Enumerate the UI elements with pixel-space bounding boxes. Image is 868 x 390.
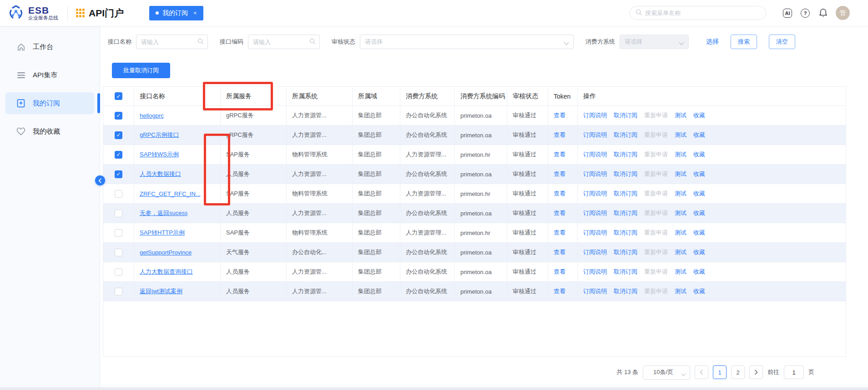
row-checkbox[interactable]: ✓ (115, 151, 122, 159)
action-link-1[interactable]: 取消订阅 (614, 170, 637, 178)
api-name-link[interactable]: SAP转WS示例 (140, 150, 179, 159)
row-checkbox[interactable]: ✓ (115, 170, 122, 178)
row-checkbox[interactable] (115, 288, 122, 295)
api-name-link[interactable]: hellogprc (140, 112, 164, 119)
audit-status-select[interactable]: 请选择 (360, 35, 574, 49)
sidebar-collapse-button[interactable] (95, 175, 105, 185)
sidebar-item-home[interactable]: 工作台 (5, 36, 94, 58)
action-link-3[interactable]: 测试 (675, 268, 686, 276)
action-link-4[interactable]: 收藏 (693, 111, 705, 120)
goto-page-input[interactable] (784, 365, 804, 379)
row-checkbox[interactable]: ✓ (115, 112, 122, 120)
action-link-3[interactable]: 测试 (675, 209, 686, 217)
action-link-4[interactable]: 收藏 (693, 268, 705, 276)
batch-unsubscribe-button[interactable]: 批量取消订阅 (112, 63, 170, 78)
api-name-link[interactable]: gRPC示例接口 (140, 131, 179, 139)
api-name-link[interactable]: 人力大数据查询接口 (140, 268, 193, 276)
token-view-link[interactable]: 查看 (554, 111, 565, 120)
clear-button[interactable]: 清空 (769, 35, 795, 49)
action-link-4[interactable]: 收藏 (693, 150, 705, 159)
sidebar-item-list[interactable]: API集市 (5, 64, 94, 86)
action-link-1[interactable]: 取消订阅 (614, 248, 637, 256)
action-link-0[interactable]: 订阅说明 (583, 287, 607, 295)
action-link-0[interactable]: 订阅说明 (583, 268, 607, 276)
action-link-1[interactable]: 取消订阅 (614, 268, 637, 276)
action-link-3[interactable]: 测试 (675, 248, 686, 256)
ai-icon[interactable]: AI (782, 8, 792, 18)
menu-search-input[interactable] (645, 10, 760, 16)
action-link-0[interactable]: 订阅说明 (583, 131, 607, 139)
next-page-button[interactable] (749, 365, 763, 379)
action-link-0[interactable]: 订阅说明 (583, 111, 607, 120)
row-checkbox[interactable] (115, 229, 122, 237)
api-name-link[interactable]: 人员大数据接口 (140, 170, 181, 178)
choose-link[interactable]: 选择 (706, 38, 719, 46)
row-checkbox[interactable]: ✓ (115, 131, 122, 139)
bell-icon[interactable] (818, 8, 828, 18)
tab-my-subscriptions[interactable]: 我的订阅 × (149, 6, 203, 20)
api-name-input[interactable] (136, 35, 208, 49)
page-button-1[interactable]: 1 (713, 365, 727, 379)
action-link-0[interactable]: 订阅说明 (583, 190, 607, 198)
api-name-input-field[interactable] (136, 39, 207, 45)
sidebar-item-bookmark[interactable]: 我的订阅 (5, 92, 94, 114)
action-link-4[interactable]: 收藏 (693, 190, 705, 198)
action-link-0[interactable]: 订阅说明 (583, 209, 607, 217)
sidebar-item-heart[interactable]: 我的收藏 (5, 120, 94, 142)
action-link-1[interactable]: 取消订阅 (614, 229, 637, 237)
action-link-1[interactable]: 取消订阅 (614, 287, 637, 295)
page-size-select[interactable]: 10条/页 (643, 365, 690, 380)
api-code-input[interactable] (248, 35, 320, 49)
token-view-link[interactable]: 查看 (554, 170, 565, 178)
action-link-3[interactable]: 测试 (675, 170, 686, 178)
page-button-2[interactable]: 2 (731, 365, 745, 379)
avatar[interactable]: 管 (836, 6, 850, 20)
help-icon[interactable]: ? (800, 8, 810, 18)
action-link-1[interactable]: 取消订阅 (614, 111, 637, 120)
prev-page-button[interactable] (695, 365, 708, 379)
token-view-link[interactable]: 查看 (554, 268, 565, 276)
api-name-link[interactable]: 无参，返回sucess (140, 209, 187, 217)
token-view-link[interactable]: 查看 (554, 248, 565, 256)
api-name-link[interactable]: ZRFC_GET_RFC_IN... (140, 190, 201, 197)
token-view-link[interactable]: 查看 (554, 190, 565, 198)
action-link-0[interactable]: 订阅说明 (583, 170, 607, 178)
action-link-0[interactable]: 订阅说明 (583, 150, 607, 159)
action-link-3[interactable]: 测试 (675, 131, 686, 139)
menu-search[interactable] (630, 6, 766, 20)
search-button[interactable]: 搜索 (731, 35, 757, 49)
select-all-checkbox[interactable]: ✓ (115, 92, 122, 100)
action-link-1[interactable]: 取消订阅 (614, 150, 637, 159)
row-checkbox[interactable] (115, 268, 122, 276)
api-code-input-field[interactable] (248, 39, 319, 45)
action-link-3[interactable]: 测试 (675, 287, 686, 295)
token-view-link[interactable]: 查看 (554, 287, 565, 295)
api-name-link[interactable]: getSupportProvince (140, 249, 192, 256)
action-link-4[interactable]: 收藏 (693, 209, 705, 217)
action-link-1[interactable]: 取消订阅 (614, 131, 637, 139)
token-view-link[interactable]: 查看 (554, 229, 565, 237)
action-link-1[interactable]: 取消订阅 (614, 190, 637, 198)
action-link-3[interactable]: 测试 (675, 111, 686, 120)
action-link-0[interactable]: 订阅说明 (583, 248, 607, 256)
action-link-4[interactable]: 收藏 (693, 248, 705, 256)
action-link-3[interactable]: 测试 (675, 190, 686, 198)
domain-cell-text: 集团总部 (358, 229, 382, 237)
token-view-link[interactable]: 查看 (554, 150, 565, 159)
token-view-link[interactable]: 查看 (554, 131, 565, 139)
action-link-4[interactable]: 收藏 (693, 170, 705, 178)
action-link-3[interactable]: 测试 (675, 150, 686, 159)
tab-close-icon[interactable]: × (193, 10, 197, 16)
action-link-4[interactable]: 收藏 (693, 131, 705, 139)
action-link-4[interactable]: 收藏 (693, 287, 705, 295)
row-checkbox[interactable] (115, 210, 122, 217)
token-view-link[interactable]: 查看 (554, 209, 565, 217)
row-checkbox[interactable] (115, 249, 122, 256)
api-name-link[interactable]: SAP转HTTP示例 (140, 229, 185, 237)
action-link-3[interactable]: 测试 (675, 229, 686, 237)
action-link-0[interactable]: 订阅说明 (583, 229, 607, 237)
api-name-link[interactable]: 返回jwt测试案例 (140, 287, 182, 295)
row-checkbox[interactable] (115, 190, 122, 198)
action-link-4[interactable]: 收藏 (693, 229, 705, 237)
action-link-1[interactable]: 取消订阅 (614, 209, 637, 217)
